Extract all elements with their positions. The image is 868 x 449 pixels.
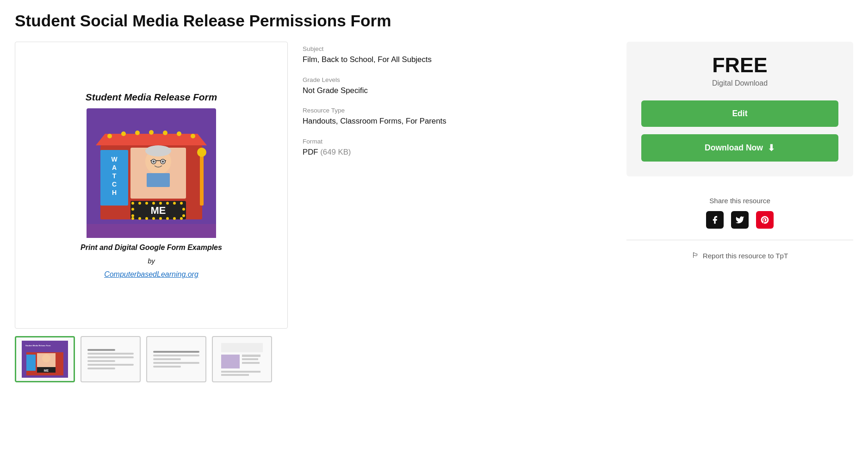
price-box: FREE Digital Download Edit Download Now … [626,42,853,176]
preview-box: Student Media Release Form [15,42,288,329]
svg-text:T: T [112,172,117,180]
theatre-illustration: W A T C H [87,108,216,238]
svg-point-41 [131,208,134,211]
preview-subtitle: Print and Digital Google Form Examples [81,243,222,252]
svg-marker-2 [96,134,207,145]
divider [626,240,853,240]
svg-rect-64 [242,358,258,360]
svg-point-47 [159,217,162,220]
grade-label: Grade Levels [303,76,612,83]
svg-point-35 [159,202,162,205]
svg-point-38 [180,202,183,205]
format-type: PDF [303,148,318,156]
preview-inner: Student Media Release Form [15,42,287,328]
social-icons-row [626,211,853,229]
svg-rect-63 [242,355,260,357]
share-section: Share this resource [626,187,853,276]
download-icon: ⬇ [768,143,775,153]
svg-point-31 [131,202,134,205]
thumbnail-line [87,353,134,355]
svg-rect-61 [221,343,263,352]
left-section: Student Media Release Form [15,42,288,382]
details-section: Subject Film, Back to School, For All Su… [303,42,612,168]
svg-point-46 [152,217,155,220]
svg-rect-62 [221,355,240,368]
svg-rect-67 [221,374,249,376]
thumbnail-3[interactable] [146,336,206,382]
svg-point-36 [166,202,169,205]
svg-point-9 [191,134,195,138]
format-value: PDF (649 KB) [303,147,612,158]
subject-label: Subject [303,45,612,52]
svg-point-18 [145,145,171,156]
price-subtitle: Digital Download [712,79,768,87]
svg-point-40 [182,214,185,217]
download-now-button[interactable]: Download Now ⬇ [641,134,838,162]
svg-point-7 [163,131,167,135]
svg-point-37 [173,202,176,205]
svg-text:H: H [112,189,117,196]
svg-point-45 [145,217,148,220]
svg-rect-51 [87,224,216,238]
share-label: Share this resource [626,197,853,205]
svg-point-5 [135,131,140,135]
svg-point-28 [197,148,206,157]
flag-icon: 🏳 [692,251,699,260]
svg-point-39 [182,208,185,211]
preview-by-label: by [148,257,155,265]
thumbnail-line [153,362,200,364]
subject-value: Film, Back to School, For All Subjects [303,54,612,65]
svg-point-8 [177,131,181,136]
svg-point-3 [107,134,112,138]
svg-point-56 [42,354,50,362]
svg-point-49 [173,217,176,220]
svg-point-43 [131,217,134,220]
format-group: Format PDF (649 KB) [303,138,612,158]
thumbnail-lines-2 [87,349,134,369]
grade-value: Not Grade Specific [303,85,612,96]
twitter-icon[interactable] [731,211,749,229]
facebook-icon[interactable] [706,211,724,229]
thumbnail-line [153,355,200,356]
resource-label: Resource Type [303,107,612,114]
thumbnail-line [87,360,115,362]
preview-site-link: ComputerbasedLearning.org [104,270,198,279]
svg-text:C: C [112,181,117,188]
svg-point-42 [131,214,134,217]
svg-rect-27 [200,155,204,206]
thumbnail-1[interactable]: ME Student Media Release Form [15,336,75,382]
svg-rect-66 [221,371,260,373]
thumbnail-4[interactable] [212,336,272,382]
svg-text:ME: ME [44,369,49,372]
thumbnails-row: ME Student Media Release Form [15,336,288,382]
thumbnail-2[interactable] [81,336,141,382]
svg-rect-54 [26,355,36,371]
svg-point-21 [153,161,155,163]
resource-value: Handouts, Classroom Forms, For Parents [303,116,612,127]
svg-text:A: A [112,164,117,171]
report-label: Report this resource to TpT [703,252,788,260]
download-now-label: Download Now [705,143,763,153]
svg-text:ME: ME [151,205,166,216]
thumbnail-line [153,358,181,360]
svg-text:Student Media Release Form: Student Media Release Form [25,344,51,347]
edit-button[interactable]: Edit [641,100,838,127]
preview-document-title: Student Media Release Form [86,92,217,103]
svg-point-33 [145,202,148,205]
report-link[interactable]: 🏳 Report this resource to TpT [626,244,853,267]
svg-point-32 [138,202,141,205]
price-label: FREE [712,55,767,75]
pinterest-icon[interactable] [756,211,774,229]
page-title: Student Social Media Release Permissions… [15,11,853,31]
thumbnail-line [153,351,200,353]
thumbnail-lines-3 [153,351,200,368]
svg-point-22 [162,161,164,163]
main-layout: Student Media Release Form [15,42,853,382]
format-size: (649 KB) [320,148,351,156]
svg-rect-65 [242,362,260,364]
resource-type-group: Resource Type Handouts, Classroom Forms,… [303,107,612,127]
svg-text:W: W [111,156,118,163]
svg-point-34 [152,202,155,205]
thumbnail-line [87,349,115,351]
svg-point-4 [121,131,126,136]
